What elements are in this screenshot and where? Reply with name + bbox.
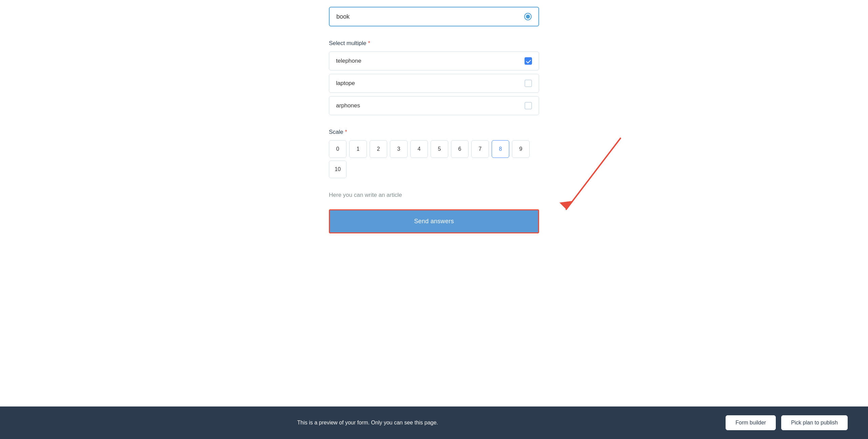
scale-buttons-group: 0 1 2 3 4 5 6 7 8 9 10: [329, 140, 539, 178]
select-multiple-section: Select multiple * telephone laptope arph…: [329, 40, 539, 115]
scale-btn-0[interactable]: 0: [329, 140, 347, 158]
checkbox-option-laptope[interactable]: laptope: [329, 74, 539, 93]
pick-plan-button[interactable]: Pick plan to publish: [781, 415, 848, 430]
scale-btn-4[interactable]: 4: [410, 140, 428, 158]
checkbox-laptope[interactable]: [525, 80, 532, 87]
checkbox-label-laptope: laptope: [336, 80, 355, 87]
send-answers-wrapper: Send answers: [329, 209, 539, 233]
svg-marker-1: [559, 201, 573, 209]
scale-btn-1[interactable]: 1: [349, 140, 367, 158]
checkbox-option-arphones[interactable]: arphones: [329, 96, 539, 115]
footer-actions: Form builder Pick plan to publish: [726, 415, 848, 430]
radio-circle-inner: [526, 15, 530, 19]
scale-label: Scale *: [329, 129, 539, 135]
send-answers-button[interactable]: Send answers: [329, 209, 539, 233]
svg-line-0: [566, 138, 620, 209]
book-input[interactable]: book: [329, 7, 539, 26]
checkbox-arphones[interactable]: [525, 102, 532, 109]
book-input-wrapper: book: [329, 7, 539, 26]
select-multiple-label: Select multiple *: [329, 40, 539, 47]
scale-btn-2[interactable]: 2: [370, 140, 387, 158]
form-builder-button[interactable]: Form builder: [726, 415, 776, 430]
book-input-value: book: [336, 13, 350, 20]
scale-btn-10[interactable]: 10: [329, 161, 347, 178]
checkbox-label-telephone: telephone: [336, 58, 361, 64]
checkbox-label-arphones: arphones: [336, 102, 360, 109]
arrow-annotation: [539, 135, 634, 223]
scale-btn-6[interactable]: 6: [451, 140, 469, 158]
scale-btn-8[interactable]: 8: [492, 140, 509, 158]
scale-section: Scale * 0 1 2 3 4 5 6 7 8 9 10: [329, 129, 539, 178]
footer-bar: This is a preview of your form. Only you…: [0, 406, 868, 439]
article-section: Here you can write an article: [329, 192, 539, 198]
article-placeholder: Here you can write an article: [329, 192, 539, 198]
required-star: *: [367, 40, 370, 46]
scale-btn-5[interactable]: 5: [431, 140, 448, 158]
checkbox-telephone[interactable]: [525, 57, 532, 65]
checkbox-option-telephone[interactable]: telephone: [329, 51, 539, 70]
scale-btn-9[interactable]: 9: [512, 140, 530, 158]
footer-preview-text: This is a preview of your form. Only you…: [20, 420, 715, 426]
scale-required-star: *: [343, 129, 347, 135]
scale-btn-3[interactable]: 3: [390, 140, 408, 158]
scale-btn-7[interactable]: 7: [471, 140, 489, 158]
radio-circle: [524, 13, 532, 20]
